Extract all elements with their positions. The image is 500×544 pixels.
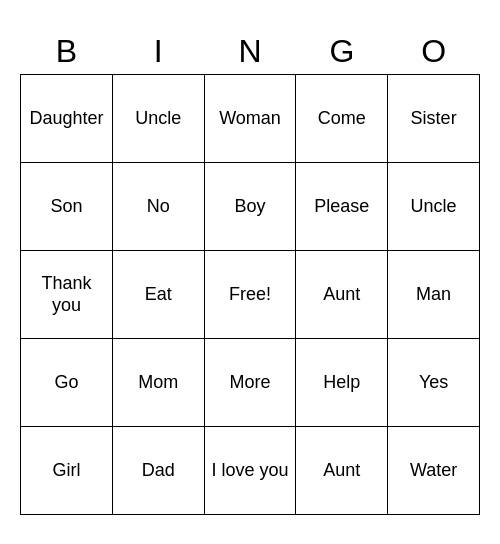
cell-1-0: Son (21, 163, 113, 251)
cell-1-4: Uncle (388, 163, 480, 251)
bingo-header-row: BINGO (21, 29, 480, 75)
bingo-row-2: Thank youEatFree!AuntMan (21, 251, 480, 339)
header-letter-N: N (204, 29, 296, 75)
cell-3-0: Go (21, 339, 113, 427)
header-letter-I: I (112, 29, 204, 75)
cell-4-0: Girl (21, 427, 113, 515)
cell-2-4: Man (388, 251, 480, 339)
header-letter-B: B (21, 29, 113, 75)
cell-1-1: No (112, 163, 204, 251)
cell-4-4: Water (388, 427, 480, 515)
cell-2-0: Thank you (21, 251, 113, 339)
bingo-row-4: GirlDadI love youAuntWater (21, 427, 480, 515)
bingo-row-0: DaughterUncleWomanComeSister (21, 75, 480, 163)
cell-4-2: I love you (204, 427, 296, 515)
cell-0-2: Woman (204, 75, 296, 163)
bingo-row-3: GoMomMoreHelpYes (21, 339, 480, 427)
cell-4-3: Aunt (296, 427, 388, 515)
cell-2-2: Free! (204, 251, 296, 339)
bingo-row-1: SonNoBoyPleaseUncle (21, 163, 480, 251)
bingo-card: BINGO DaughterUncleWomanComeSisterSonNoB… (20, 29, 480, 515)
cell-1-3: Please (296, 163, 388, 251)
cell-0-4: Sister (388, 75, 480, 163)
cell-3-4: Yes (388, 339, 480, 427)
cell-3-2: More (204, 339, 296, 427)
cell-2-3: Aunt (296, 251, 388, 339)
cell-0-0: Daughter (21, 75, 113, 163)
cell-0-1: Uncle (112, 75, 204, 163)
cell-3-3: Help (296, 339, 388, 427)
header-letter-G: G (296, 29, 388, 75)
cell-2-1: Eat (112, 251, 204, 339)
cell-1-2: Boy (204, 163, 296, 251)
header-letter-O: O (388, 29, 480, 75)
cell-0-3: Come (296, 75, 388, 163)
cell-4-1: Dad (112, 427, 204, 515)
cell-3-1: Mom (112, 339, 204, 427)
